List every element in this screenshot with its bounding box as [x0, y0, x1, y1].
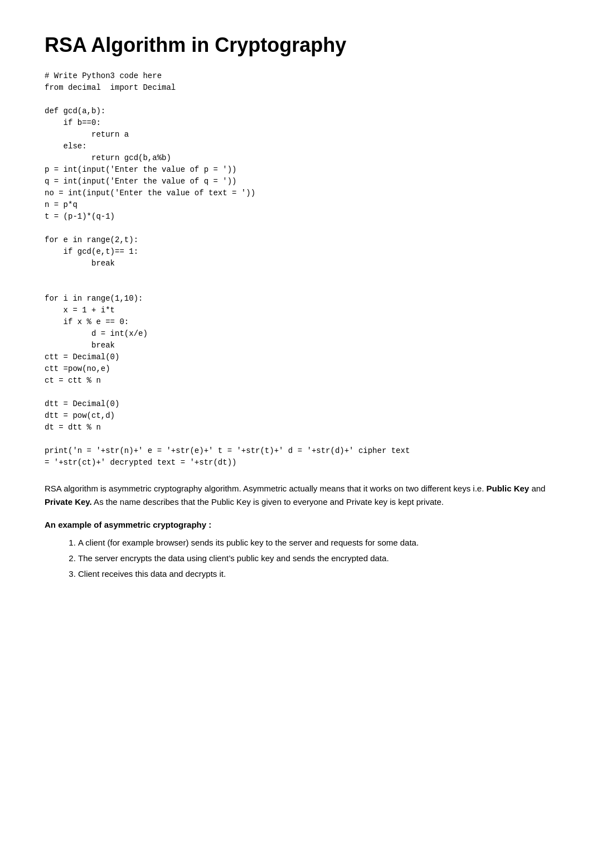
- code-block: # Write Python3 code here from decimal i…: [45, 70, 547, 469]
- prose-text-and: and: [529, 484, 545, 493]
- prose-text-start: RSA algorithm is asymmetric cryptography…: [45, 484, 487, 493]
- list-item: Client receives this data and decrypts i…: [78, 567, 547, 581]
- prose-text-end: As the name describes that the Public Ke…: [92, 497, 444, 507]
- prose-paragraph: RSA algorithm is asymmetric cryptography…: [45, 482, 547, 509]
- bold-private-key: Private Key.: [45, 497, 92, 507]
- list-item: A client (for example browser) sends its…: [78, 536, 547, 549]
- page-title: RSA Algorithm in Cryptography: [45, 33, 547, 57]
- list-item: The server encrypts the data using clien…: [78, 552, 547, 565]
- asymmetric-list: A client (for example browser) sends its…: [78, 536, 547, 581]
- from-keyword: from: [45, 83, 64, 92]
- bold-public-key: Public Key: [487, 484, 530, 493]
- list-container: A client (for example browser) sends its…: [45, 536, 547, 581]
- example-heading: An example of asymmetric cryptography :: [45, 520, 547, 529]
